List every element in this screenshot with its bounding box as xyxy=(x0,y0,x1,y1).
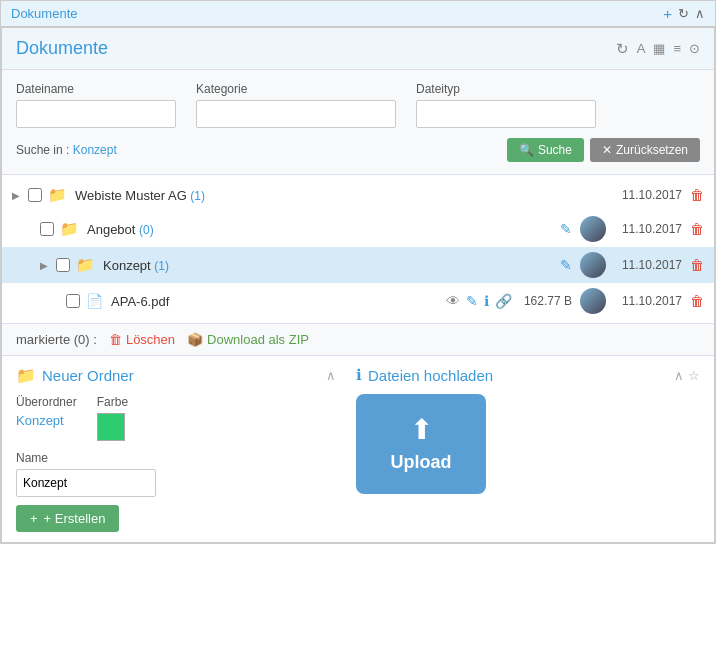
suche-in: Suche in : Konzept xyxy=(16,143,117,157)
upload-star-icon[interactable]: ☆ xyxy=(688,368,700,383)
table-row: ▶ 📁 Konzept (1) ✎ 11.10.2017 🗑 xyxy=(2,247,714,283)
name-group: Name xyxy=(16,451,336,497)
name-input[interactable] xyxy=(16,469,156,497)
page-title: Dokumente xyxy=(16,38,108,59)
panel-arrows: ∧ xyxy=(326,368,336,383)
upload-header: ℹ Dateien hochladen ∧ ☆ xyxy=(356,366,700,384)
clock-icon[interactable]: ⊙ xyxy=(689,41,700,56)
delete-button[interactable]: 🗑 Löschen xyxy=(109,332,175,347)
row-checkbox[interactable] xyxy=(66,294,80,308)
delete-icon[interactable]: 🗑 xyxy=(690,221,704,237)
farbe-group: Farbe xyxy=(97,395,128,441)
marked-label: markierte (0) : xyxy=(16,332,97,347)
kategorie-field: Kategorie xyxy=(196,82,396,128)
tree-actions: 👁 ✎ ℹ 🔗 xyxy=(446,293,512,309)
new-folder-title: 📁 Neuer Ordner xyxy=(16,366,134,385)
folder-icon: 📁 xyxy=(76,256,95,274)
refresh-header-icon[interactable]: ↻ xyxy=(616,40,629,58)
tree-actions: ✎ xyxy=(560,221,572,237)
edit-icon[interactable]: ✎ xyxy=(560,221,572,237)
upload-panel: ℹ Dateien hochladen ∧ ☆ ⬆ Upload xyxy=(356,366,700,532)
search-icon: 🔍 xyxy=(519,143,534,157)
kategorie-input[interactable] xyxy=(196,100,396,128)
tree-actions: ✎ xyxy=(560,257,572,273)
link-icon[interactable]: 🔗 xyxy=(495,293,512,309)
kategorie-label: Kategorie xyxy=(196,82,396,96)
bottom-section: 📁 Neuer Ordner ∧ Überordner Konzept Farb… xyxy=(2,356,714,542)
download-zip-button[interactable]: 📦 Download als ZIP xyxy=(187,332,309,347)
dateityp-field: Dateityp xyxy=(416,82,596,128)
dateiname-field: Dateiname xyxy=(16,82,176,128)
view-icon[interactable]: 👁 xyxy=(446,293,460,309)
dateityp-label: Dateityp xyxy=(416,82,596,96)
upload-label: Upload xyxy=(391,452,452,473)
reset-button[interactable]: ✕ Zurücksetzen xyxy=(590,138,700,162)
name-label: Name xyxy=(16,451,336,465)
folder-add-icon: 📁 xyxy=(16,366,36,385)
folder-icon: 📁 xyxy=(60,220,79,238)
tree-node-name: Konzept (1) xyxy=(103,258,556,273)
list-icon[interactable]: ≡ xyxy=(673,41,681,56)
ueberordner-link[interactable]: Konzept xyxy=(16,413,77,428)
folder-icon: 📁 xyxy=(48,186,67,204)
upload-up-icon[interactable]: ∧ xyxy=(674,368,684,383)
action-bar: markierte (0) : 🗑 Löschen 📦 Download als… xyxy=(2,324,714,356)
expand-icon[interactable]: ▶ xyxy=(12,190,24,201)
delete-icon[interactable]: 🗑 xyxy=(690,293,704,309)
row-checkbox[interactable] xyxy=(28,188,42,202)
suche-in-link[interactable]: Konzept xyxy=(73,143,117,157)
edit-file-icon[interactable]: ✎ xyxy=(466,293,478,309)
table-row: 📁 Angebot (0) ✎ 11.10.2017 🗑 xyxy=(2,211,714,247)
edit-icon[interactable]: ✎ xyxy=(560,257,572,273)
trash-icon: 🗑 xyxy=(109,332,122,347)
tree-node-name: Angebot (0) xyxy=(87,222,556,237)
upload-arrows: ∧ ☆ xyxy=(674,368,700,383)
add-icon[interactable]: + xyxy=(663,5,672,22)
search-button[interactable]: 🔍 Suche xyxy=(507,138,584,162)
panel-up-icon[interactable]: ∧ xyxy=(326,368,336,383)
delete-icon[interactable]: 🗑 xyxy=(690,187,704,203)
upload-arrow-icon: ⬆ xyxy=(410,416,433,444)
form-row-1: Überordner Konzept Farbe xyxy=(16,395,336,441)
table-row: ▶ 📁 Webiste Muster AG (1) 11.10.2017 🗑 xyxy=(2,179,714,211)
table-row: 📄 APA-6.pdf 👁 ✎ ℹ 🔗 162.77 B 11.10.2017 … xyxy=(2,283,714,319)
plus-icon: + xyxy=(30,511,38,526)
avatar xyxy=(580,216,606,242)
main-container: Dokumente ↻ A ▦ ≡ ⊙ Dateiname Kategorie xyxy=(1,27,715,543)
header-row: Dokumente ↻ A ▦ ≡ ⊙ xyxy=(2,28,714,70)
refresh-icon[interactable]: ↻ xyxy=(678,6,689,21)
tab-bar: Dokumente + ↻ ∧ xyxy=(1,1,715,27)
collapse-icon[interactable]: ∧ xyxy=(695,6,705,21)
tree-section: ▶ 📁 Webiste Muster AG (1) 11.10.2017 🗑 📁… xyxy=(2,175,714,324)
row-checkbox[interactable] xyxy=(40,222,54,236)
dateityp-input[interactable] xyxy=(416,100,596,128)
ueberordner-label: Überordner xyxy=(16,395,77,409)
delete-icon[interactable]: 🗑 xyxy=(690,257,704,273)
tree-file-name: APA-6.pdf xyxy=(111,294,442,309)
header-icons: ↻ A ▦ ≡ ⊙ xyxy=(616,40,700,58)
font-icon[interactable]: A xyxy=(637,41,646,56)
table-icon[interactable]: ▦ xyxy=(653,41,665,56)
erstellen-button[interactable]: + + Erstellen xyxy=(16,505,119,532)
dateiname-input[interactable] xyxy=(16,100,176,128)
search-row: Suche in : Konzept 🔍 Suche ✕ Zurücksetze… xyxy=(16,138,700,162)
color-swatch[interactable] xyxy=(97,413,125,441)
upload-title: ℹ Dateien hochladen xyxy=(356,366,493,384)
upload-button[interactable]: ⬆ Upload xyxy=(356,394,486,494)
avatar xyxy=(580,288,606,314)
dateiname-label: Dateiname xyxy=(16,82,176,96)
info-icon[interactable]: ℹ xyxy=(484,293,489,309)
expand-icon[interactable]: ▶ xyxy=(40,260,52,271)
filter-section: Dateiname Kategorie Dateityp Suche in : … xyxy=(2,70,714,175)
tree-node-name: Webiste Muster AG (1) xyxy=(75,188,610,203)
row-checkbox[interactable] xyxy=(56,258,70,272)
times-icon: ✕ xyxy=(602,143,612,157)
filter-row: Dateiname Kategorie Dateityp xyxy=(16,82,700,128)
pdf-icon: 📄 xyxy=(86,293,103,309)
new-folder-header: 📁 Neuer Ordner ∧ xyxy=(16,366,336,385)
new-folder-panel: 📁 Neuer Ordner ∧ Überordner Konzept Farb… xyxy=(16,366,356,532)
tab-icons: + ↻ ∧ xyxy=(663,5,705,22)
btn-group: 🔍 Suche ✕ Zurücksetzen xyxy=(507,138,700,162)
upload-title-icon: ℹ xyxy=(356,366,362,384)
tab-title: Dokumente xyxy=(11,6,77,21)
